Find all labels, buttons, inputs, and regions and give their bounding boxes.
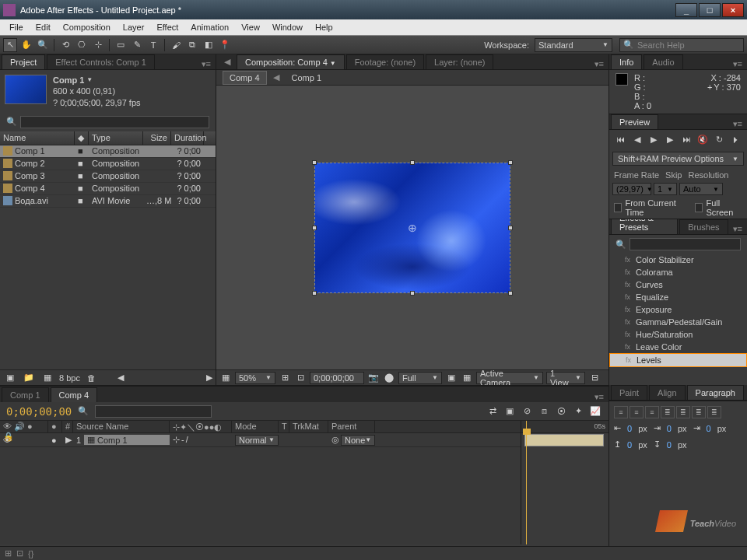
menu-animation[interactable]: Animation xyxy=(184,21,235,33)
effect-item[interactable]: fxColorama xyxy=(609,266,747,278)
align-center-button[interactable]: ≡ xyxy=(630,406,644,418)
puppet-tool[interactable]: 📍 xyxy=(218,38,232,52)
delete-icon[interactable]: 🗑 xyxy=(85,371,99,385)
blend-mode-dropdown[interactable]: Normal▼ xyxy=(235,435,279,446)
timecode[interactable]: 0;00;00;00 xyxy=(6,405,72,418)
align-right-button[interactable]: ≡ xyxy=(645,406,659,418)
pen-tool[interactable]: ✎ xyxy=(130,38,144,52)
zoom-tool[interactable]: 🔍 xyxy=(36,38,50,52)
preview-res-dropdown[interactable]: Auto▼ xyxy=(679,183,723,195)
col-source-name[interactable]: Source Name xyxy=(73,421,170,432)
menu-composition[interactable]: Composition xyxy=(57,21,117,33)
roi-icon[interactable]: ▣ xyxy=(445,372,458,384)
paragraph-tab[interactable]: Paragraph xyxy=(687,385,744,400)
pickwhip-icon[interactable]: ◎ xyxy=(331,435,339,445)
new-folder-icon[interactable]: 📁 xyxy=(22,371,36,385)
project-item[interactable]: Comp 1■Composition? 0;00 xyxy=(0,145,216,158)
effects-presets-tab[interactable]: Effects & Presets xyxy=(611,219,678,234)
visibility-icon[interactable]: 👁 xyxy=(3,436,12,445)
rotation-tool[interactable]: ⟲ xyxy=(58,38,72,52)
transparency-grid-icon[interactable]: ▦ xyxy=(461,372,473,384)
project-item[interactable]: Comp 2■Composition? 0;00 xyxy=(0,158,216,170)
info-tab[interactable]: Info xyxy=(611,54,642,69)
handle-tr[interactable] xyxy=(508,160,513,165)
last-frame-button[interactable]: ⏭ xyxy=(680,133,693,145)
layer-bar[interactable] xyxy=(524,434,604,446)
space-after-value[interactable]: 0 xyxy=(667,440,672,450)
justify-last-right-button[interactable]: ≣ xyxy=(692,406,706,418)
col-trkmat[interactable]: TrkMat xyxy=(289,421,328,432)
cti-head[interactable] xyxy=(523,429,531,435)
timeline-tab-comp4[interactable]: Comp 4 xyxy=(51,387,98,402)
project-item[interactable]: Comp 4■Composition? 0;00 xyxy=(0,183,216,195)
channel-icon[interactable]: ⬤ xyxy=(383,372,395,384)
toggle-switches-icon[interactable]: ⊞ xyxy=(5,548,12,558)
play-button[interactable]: ▶ xyxy=(647,133,660,145)
draft3d-icon[interactable]: ▣ xyxy=(503,404,517,418)
anchor-point-icon[interactable]: ⊕ xyxy=(408,222,417,234)
effect-item[interactable]: fxLevels xyxy=(609,353,747,367)
menu-file[interactable]: File xyxy=(3,21,30,33)
loop-button[interactable]: ↻ xyxy=(713,133,725,145)
handle-tl[interactable] xyxy=(312,160,317,165)
time-ruler[interactable]: 05s xyxy=(521,421,608,433)
hand-tool[interactable]: ✋ xyxy=(19,38,33,52)
menu-help[interactable]: Help xyxy=(309,21,339,33)
preview-tab[interactable]: Preview xyxy=(611,114,658,129)
shy-icon[interactable]: ⊘ xyxy=(520,404,534,418)
always-preview-icon[interactable]: ▦ xyxy=(219,372,232,384)
parent-dropdown[interactable]: None▼ xyxy=(341,435,375,446)
indent-first-value[interactable]: 0 xyxy=(667,424,672,433)
effects-search-input[interactable] xyxy=(630,238,741,250)
menu-window[interactable]: Window xyxy=(266,21,309,33)
selection-tool[interactable]: ↖ xyxy=(3,38,17,52)
handle-bl[interactable] xyxy=(312,291,317,296)
project-tab[interactable]: Project xyxy=(2,54,45,69)
timeline-layer-row[interactable]: 👁 ● ▶ 1 ▦Comp 1 ⊹-/ Normal▼ ◎None▼ xyxy=(0,433,521,447)
type-tool[interactable]: T xyxy=(146,38,160,52)
align-tab[interactable]: Align xyxy=(649,385,685,400)
project-item[interactable]: Вода.avi■AVI Movie…,8 MB? 0;00 xyxy=(0,195,216,208)
canvas[interactable]: ⊕ xyxy=(314,163,510,293)
maximize-button[interactable]: □ xyxy=(699,3,721,17)
mute-button[interactable]: 🔇 xyxy=(696,133,709,145)
snapshot-icon[interactable]: 📷 xyxy=(367,372,380,384)
workspace-dropdown[interactable]: Standard▼ xyxy=(535,38,612,52)
eraser-tool[interactable]: ◧ xyxy=(202,38,216,52)
graph-editor-icon[interactable]: 📈 xyxy=(588,404,602,418)
current-time-indicator[interactable] xyxy=(526,421,527,544)
col-size[interactable]: Size xyxy=(143,131,171,145)
subtab-comp1[interactable]: Comp 1 xyxy=(286,72,328,84)
project-search-input[interactable] xyxy=(20,116,209,128)
ram-preview-button[interactable]: ⏵ xyxy=(729,133,742,145)
handle-br[interactable] xyxy=(508,291,513,296)
framerate-dropdown[interactable]: (29,97)▼ xyxy=(612,183,651,195)
effect-item[interactable]: fxExposure xyxy=(609,303,747,316)
brainstorm-icon[interactable]: ✦ xyxy=(571,404,585,418)
col-mode[interactable]: Mode xyxy=(232,421,279,432)
menu-edit[interactable]: Edit xyxy=(30,21,57,33)
col-label[interactable]: ◆ xyxy=(75,131,89,145)
effect-item[interactable]: fxGamma/Pedestal/Gain xyxy=(609,316,747,328)
grid-icon[interactable]: ⊞ xyxy=(279,372,291,384)
project-item[interactable]: Comp 3■Composition? 0;00 xyxy=(0,170,216,183)
audio-tab[interactable]: Audio xyxy=(644,54,682,69)
effect-item[interactable]: fxEqualize xyxy=(609,291,747,303)
time-display[interactable]: 0;00;00;00 xyxy=(310,372,364,384)
scroll-right-icon[interactable]: ▶ xyxy=(206,373,212,383)
menu-layer[interactable]: Layer xyxy=(117,21,151,33)
toggle-brackets-icon[interactable]: {} xyxy=(28,549,33,558)
align-left-button[interactable]: ≡ xyxy=(614,406,628,418)
zoom-dropdown[interactable]: 50%▼ xyxy=(235,372,275,384)
toggle-modes-icon[interactable]: ⊡ xyxy=(16,548,23,558)
camera-dropdown[interactable]: Active Camera▼ xyxy=(476,372,543,384)
composition-viewer[interactable]: ⊕ xyxy=(216,86,608,369)
col-duration[interactable]: Duration xyxy=(171,131,204,145)
interpret-footage-icon[interactable]: ▣ xyxy=(3,371,17,385)
layer-tab[interactable]: Layer: (none) xyxy=(426,54,493,69)
fullscreen-checkbox[interactable] xyxy=(695,203,703,212)
timeline-tab-comp1[interactable]: Comp 1 xyxy=(2,387,49,402)
effect-item[interactable]: fxLeave Color xyxy=(609,341,747,353)
minimize-button[interactable]: _ xyxy=(675,3,697,17)
indent-left-value[interactable]: 0 xyxy=(627,424,632,433)
